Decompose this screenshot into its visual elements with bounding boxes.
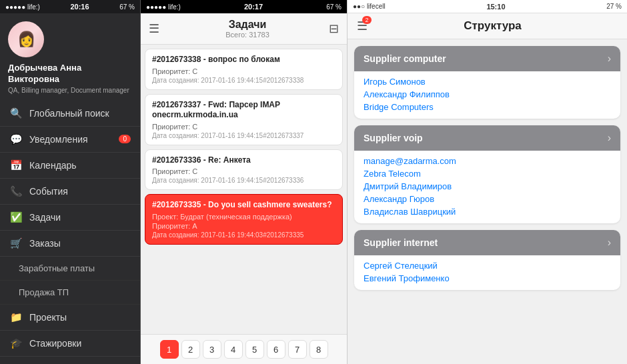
supplier-contacts-supplier-internet: Сергей СтелецкийЕвгений Трофименко <box>354 255 620 290</box>
contact-link[interactable]: Сергей Стелецкий <box>364 261 611 271</box>
hamburger-badge-icon[interactable]: ☰ 2 <box>357 19 368 33</box>
task-priority: Приоритет: С <box>152 123 336 131</box>
page-btn-4[interactable]: 4 <box>224 340 243 359</box>
supplier-contacts-supplier-computer: Игорь СимоновАлександр ФилипповBridge Co… <box>354 71 620 119</box>
task-title: #2012673337 - Fwd: Парсер IMAP onecrm.uk… <box>152 100 336 121</box>
sidebar-item-projects[interactable]: 📁Проекты <box>0 305 140 331</box>
notifications-icon: 💬 <box>9 133 23 145</box>
sidebar-item-sales[interactable]: Продажа ТП <box>0 281 140 305</box>
supplier-name-supplier-voip: Supplier voip <box>364 133 423 143</box>
task-card-task-1[interactable]: #2012673338 - вопрос по блокамПриоритет:… <box>145 49 343 90</box>
notification-badge: 2 <box>362 16 372 24</box>
structure-header: ☰ 2 Структура <box>348 13 627 39</box>
battery-mid: 67 % <box>326 3 342 11</box>
orders-icon: 🛒 <box>9 237 23 249</box>
orders-label: Заказы <box>29 238 61 249</box>
profile-section: 👩 Добрычева Анна Викторовна QA, Billing … <box>0 13 140 101</box>
supplier-header-supplier-computer[interactable]: Supplier computer› <box>354 46 620 71</box>
events-label: События <box>29 186 68 197</box>
page-btn-7[interactable]: 7 <box>288 340 307 359</box>
tasks-header: ☰ Задачи Всего: 31783 ⊟ <box>141 13 347 45</box>
filter-icon[interactable]: ⊟ <box>329 21 339 36</box>
contact-link[interactable]: Игорь Симонов <box>364 77 611 87</box>
task-date: Дата создания: 2017-01-16 19:44:15#20126… <box>152 77 336 84</box>
page-btn-8[interactable]: 8 <box>309 340 328 359</box>
nav-list: 🔍Глобальный поиск💬Уведомления0📅Календарь… <box>0 101 140 364</box>
task-title: #2012673336 - Re: Анкета <box>152 155 336 166</box>
sidebar-item-notifications[interactable]: 💬Уведомления0 <box>0 127 140 153</box>
structure-list: Supplier computer›Игорь СимоновАлександр… <box>348 39 627 364</box>
tasks-label: Задачи <box>29 212 61 223</box>
projects-label: Проекты <box>29 312 67 323</box>
calendar-icon: 📅 <box>9 159 23 171</box>
page-btn-2[interactable]: 2 <box>181 340 200 359</box>
events-icon: 📞 <box>9 185 23 197</box>
signal-mid: ●●●●● life:) <box>146 3 181 11</box>
profile-role: QA, Billing manager, Document manager <box>8 87 129 94</box>
notifications-badge: 0 <box>119 135 131 143</box>
page-btn-6[interactable]: 6 <box>267 340 285 359</box>
sidebar-item-tasks[interactable]: ✅Задачи <box>0 205 140 231</box>
avatar: 👩 <box>8 21 44 57</box>
task-date: Дата создания: 2017-01-16 19:44:15#20126… <box>152 132 336 139</box>
projects-icon: 📁 <box>9 311 23 323</box>
sidebar-item-global-search[interactable]: 🔍Глобальный поиск <box>0 101 140 127</box>
sidebar-item-internships[interactable]: 🎓Стажировки <box>0 331 140 357</box>
tasks-subtitle: Всего: 31783 <box>166 31 329 39</box>
notifications-label: Уведомления <box>29 134 88 145</box>
pagination: 12345678 <box>141 334 347 364</box>
status-bar-mid: ●●●●● life:) 20:17 67 % <box>141 0 347 13</box>
task-title: #2012673335 - Do you sell cashmere sweat… <box>152 200 336 211</box>
contact-link[interactable]: Евгений Трофименко <box>364 273 611 283</box>
signal-left: ●●●●● life:) <box>5 3 40 11</box>
contact-link[interactable]: Александр Филиппов <box>364 89 611 99</box>
page-btn-1[interactable]: 1 <box>160 340 179 359</box>
internships-icon: 🎓 <box>9 337 23 349</box>
battery-right: 27 % <box>606 3 622 10</box>
page-btn-5[interactable]: 5 <box>245 340 264 359</box>
page-btn-3[interactable]: 3 <box>203 340 221 359</box>
chevron-right-icon: › <box>608 237 611 249</box>
sidebar-item-calendar[interactable]: 📅Календарь <box>0 153 140 179</box>
global-search-label: Глобальный поиск <box>29 108 109 119</box>
chevron-right-icon: › <box>608 132 611 144</box>
salaries-label: Заработные платы <box>19 263 95 273</box>
time-left: 20:16 <box>70 3 89 11</box>
supplier-name-supplier-internet: Supplier internet <box>364 237 438 248</box>
supplier-group-supplier-internet: Supplier internet›Сергей СтелецкийЕвгени… <box>354 230 620 290</box>
signal-right: ●●○ lifecell <box>353 3 386 10</box>
supplier-header-supplier-voip[interactable]: Supplier voip› <box>354 125 620 151</box>
sales-label: Продажа ТП <box>19 287 69 297</box>
task-priority: Приоритет: С <box>152 67 336 75</box>
sidebar-item-salaries[interactable]: Заработные платы <box>0 257 140 281</box>
contact-link[interactable]: Дмитрий Владимиров <box>364 181 611 191</box>
contact-link[interactable]: Владислав Шаврицкий <box>364 207 611 217</box>
supplier-name-supplier-computer: Supplier computer <box>364 53 446 64</box>
structure-title: Структура <box>368 19 618 33</box>
time-mid: 20:17 <box>244 3 263 11</box>
panel-tasks: ●●●●● life:) 20:17 67 % ☰ Задачи Всего: … <box>140 0 347 364</box>
task-date: Дата создания: 2017-01-16 19:44:15#20126… <box>152 177 336 184</box>
contact-link[interactable]: manage@zadarma.com <box>364 156 611 166</box>
contact-link[interactable]: Bridge Computers <box>364 102 611 112</box>
supplier-header-supplier-internet[interactable]: Supplier internet› <box>354 230 620 255</box>
calendar-label: Календарь <box>29 160 77 171</box>
task-card-task-3[interactable]: #2012673336 - Re: АнкетаПриоритет: СДата… <box>145 149 343 191</box>
hamburger-icon[interactable]: ☰ <box>149 21 159 36</box>
task-date: Дата создания: 2017-01-16 19:44:03#20126… <box>152 231 336 239</box>
tasks-header-center: Задачи Всего: 31783 <box>166 19 329 39</box>
panel-sidebar: ●●●●● life:) 20:16 67 % 👩 Добрычева Анна… <box>0 0 140 364</box>
task-card-task-2[interactable]: #2012673337 - Fwd: Парсер IMAP onecrm.uk… <box>145 94 343 145</box>
task-title: #2012673338 - вопрос по блокам <box>152 55 336 65</box>
task-priority: Приоритет: С <box>152 167 336 175</box>
sidebar-item-orders[interactable]: 🛒Заказы <box>0 231 140 257</box>
sidebar-item-events[interactable]: 📞События <box>0 179 140 205</box>
supplier-group-supplier-voip: Supplier voip›manage@zadarma.comZebra Te… <box>354 125 620 223</box>
task-project: Проект: Будрат (техническая поддержка) <box>152 213 336 221</box>
contact-link[interactable]: Zebra Telecom <box>364 169 611 179</box>
tasks-icon: ✅ <box>9 211 23 223</box>
status-bar-left: ●●●●● life:) 20:16 67 % <box>0 0 140 13</box>
contact-link[interactable]: Александр Гюров <box>364 194 611 204</box>
task-card-task-4[interactable]: #2012673335 - Do you sell cashmere sweat… <box>145 194 343 245</box>
tasks-title: Задачи <box>166 19 329 31</box>
